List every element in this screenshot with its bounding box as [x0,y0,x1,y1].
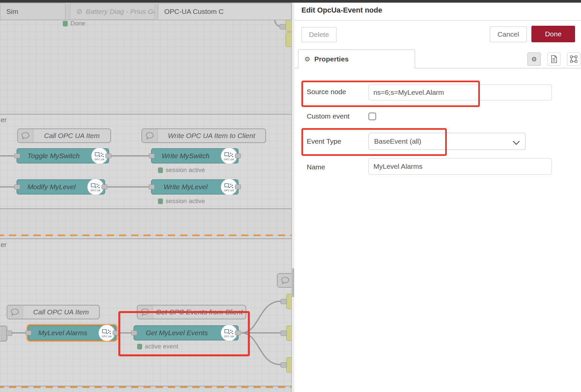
panel-header: Edit OpcUa-Event node [294,0,581,20]
comment-bubble-icon [137,305,153,319]
edit-node-panel: Edit OpcUa-Event node Delete Cancel Done… [294,0,581,392]
node-port[interactable] [6,331,12,336]
gear-icon: ⚙ [304,55,310,63]
link-node-stub[interactable] [286,326,291,341]
source-node-label: Source node [307,88,346,96]
output-port[interactable] [113,331,119,336]
input-port[interactable] [14,185,20,190]
node-port[interactable] [281,331,287,336]
link-node-stub[interactable] [286,294,291,309]
status-session-active: session active [158,166,205,174]
output-port[interactable] [235,331,241,336]
status-done: Done [63,20,85,27]
custom-event-checkbox[interactable] [368,113,376,120]
status-dot [158,167,163,173]
status-dot [137,344,142,349]
cancel-button[interactable]: Cancel [490,26,527,42]
link-node-stub[interactable] [286,357,291,373]
gear-icon: ⚙ [531,55,537,63]
node-modify-mylevel[interactable]: Modify MyLevel OPC UA [17,179,105,195]
comment-node-write-opcua-item[interactable]: Write OPC UA Item to Client [141,128,266,143]
status-dot [158,198,163,204]
source-node-input[interactable] [368,85,552,100]
input-port[interactable] [131,331,137,336]
status-session-active: session active [158,197,205,205]
description-icon-button[interactable] [547,53,561,66]
output-port[interactable] [235,185,241,190]
panel-tab-row: ⚙ Properties ⚙ [294,50,581,68]
node-toggle-myswitch[interactable]: Toggle MySwitch OPC UA [17,148,109,163]
status-dot [63,21,68,26]
input-port[interactable] [149,154,155,159]
comment-bubble-icon [278,274,291,287]
node-port[interactable] [281,362,287,368]
comment-node-call-opcua-item-2[interactable]: Call OPC UA Item [7,305,100,319]
comment-node-partial[interactable] [277,273,291,288]
node-write-mylevel[interactable]: Write MyLevel OPC UA [151,179,239,195]
edit-properties-icon-button[interactable]: ⚙ [527,53,541,66]
node-mylevel-alarms[interactable]: MyLevel Alarms OPC UA [28,325,116,340]
link-node-stub[interactable] [286,32,291,47]
tab-opcua-custom[interactable]: OPC-UA Custom C [158,3,291,19]
node-get-mylevel-events[interactable]: Get MyLevel Events OPC UA [134,325,239,340]
input-port[interactable] [149,185,155,190]
flow-tab-bar: Sim ⊘ Battery Diag - Prius Gen 4 OPC-UA … [0,3,291,20]
comment-bubble-icon [142,129,158,142]
done-button[interactable]: Done [531,26,575,42]
delete-button[interactable]: Delete [301,27,336,42]
no-entry-icon: ⊘ [76,7,82,16]
input-port[interactable] [25,331,31,336]
node-red-editor: er er Done [0,0,581,392]
name-input[interactable] [368,158,552,175]
tab-sim[interactable]: Sim [0,3,65,19]
output-port[interactable] [101,185,107,190]
top-dark-strip [0,0,581,3]
panel-title: Edit OpcUa-Event node [301,6,382,15]
comment-node-call-opcua-item[interactable]: Call OPC UA Item [17,128,111,143]
chevron-down-icon [513,139,520,147]
node-write-myswitch[interactable]: Write MySwitch OPC UA [151,148,239,163]
output-port[interactable] [105,154,111,159]
tab-properties[interactable]: ⚙ Properties [298,50,415,68]
name-label: Name [307,163,325,171]
input-port[interactable] [14,154,20,159]
comment-bubble-icon [18,129,33,142]
node-port[interactable] [281,299,287,304]
node-port[interactable] [280,24,286,29]
flow-canvas[interactable]: er er Done [0,0,291,392]
output-port[interactable] [235,154,241,159]
comment-node-get-opc-events[interactable]: Get OPC Events from Client [137,305,246,319]
status-active-event: active event [137,343,178,350]
tab-battery-diag-disabled[interactable]: ⊘ Battery Diag - Prius Gen 4 [70,3,155,19]
comment-bubble-icon [7,305,23,319]
custom-event-label: Custom event [307,112,350,120]
link-node-stub[interactable] [286,20,291,32]
selection-box-icon [570,55,577,63]
document-icon [551,55,557,63]
event-type-label: Event Type [307,137,341,145]
event-type-select[interactable]: BaseEvent (all) [368,133,525,150]
appearance-icon-button[interactable] [567,53,580,66]
